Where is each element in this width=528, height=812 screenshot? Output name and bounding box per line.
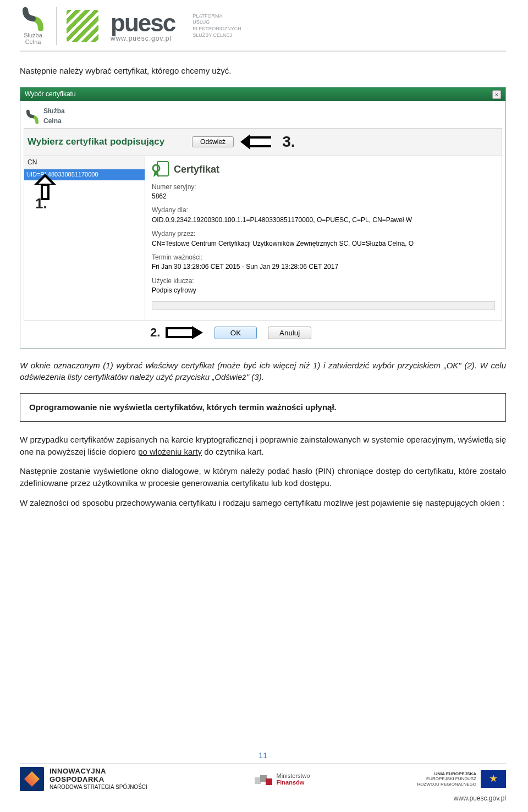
sluzba-celna-logo: Służba Celna: [20, 7, 46, 45]
svg-point-3: [153, 165, 160, 172]
page-header: Służba Celna puesc www.puesc.gov.pl PLAT…: [0, 0, 528, 51]
dialog-footer: 2. OK Anuluj: [24, 321, 502, 345]
eu-flag-icon: ★: [481, 770, 506, 788]
cert-list-panel: CN UID=PL480330851170000 1.: [24, 156, 145, 321]
svg-rect-0: [250, 139, 271, 145]
tag-line-4: SŁUŻBY CELNEJ: [193, 32, 241, 39]
refresh-button[interactable]: Odśwież: [192, 136, 234, 147]
para-4: Następnie zostanie wyświetlone okno dial…: [20, 465, 506, 489]
tag-line-3: ELEKTRONICZNYCH: [193, 26, 241, 32]
cert-dialog: Wybór certyfikatu × Służba Celna Wybierz…: [20, 87, 506, 349]
mf-line2: Finansów: [277, 779, 305, 786]
eu-line3: ROZWOJU REGIONALNEGO: [417, 782, 476, 787]
para-1: Następnie należy wybrać certyfikat, któr…: [20, 65, 506, 77]
annotation-2-group: 2.: [150, 324, 203, 341]
document-body: Następnie należy wybrać certyfikat, któr…: [0, 65, 528, 509]
keyuse-label: Użycie klucza:: [152, 277, 495, 286]
cert-dialog-screenshot: Wybór certyfikatu × Służba Celna Wybierz…: [20, 87, 506, 349]
dialog-titlebar: Wybór certyfikatu ×: [20, 87, 505, 101]
svg-rect-4: [168, 329, 192, 336]
dialog-title-text: Wybór certyfikatu: [25, 90, 76, 99]
certificate-icon: [152, 161, 169, 178]
p3-underline: po włożeniu karty: [138, 447, 202, 456]
ig-line2: GOSPODARKA: [50, 775, 105, 783]
arrow-right-icon: [164, 326, 203, 339]
eu-line2: EUROPEJSKI FUNDUSZ: [426, 776, 476, 781]
para-5: W zależności od sposobu przechowywania c…: [20, 497, 506, 509]
eu-line1: UNIA EUROPEJSKA: [434, 771, 476, 776]
puesc-tagline: PLATFORMA USŁUG ELEKTRONICZNYCH SŁUŻBY C…: [193, 13, 241, 39]
sn-label: Numer seryjny:: [152, 183, 495, 192]
puesc-logo-text: puesc www.puesc.gov.pl: [111, 9, 175, 42]
annotation-2: 2.: [150, 324, 160, 341]
page-number: 11: [20, 750, 506, 760]
issued-for-label: Wydany dla:: [152, 206, 495, 215]
mf-line1: Ministerstwo: [277, 772, 310, 779]
column-header-cn: CN: [24, 156, 145, 169]
footer-url: www.puesc.gov.pl: [20, 794, 506, 802]
sc-name-2: Celna: [25, 38, 41, 45]
svg-rect-7: [266, 778, 272, 785]
sc-logo-small-icon: [25, 109, 40, 124]
ig-line1: INNOWACYJNA: [50, 767, 106, 775]
innowacyjna-gospodarka-logo: INNOWACYJNA GOSPODARKA NARODOWA STRATEGI…: [20, 767, 147, 791]
dlg-logo-txt2: Celna: [43, 117, 65, 126]
annotation-3: 3.: [282, 131, 295, 153]
keyuse-value: Podpis cyfrowy: [152, 286, 495, 295]
puesc-url: www.puesc.gov.pl: [111, 35, 175, 42]
validity-value: Fri Jan 30 13:28:06 CET 2015 - Sun Jan 2…: [152, 262, 495, 272]
sc-logo-icon: [20, 7, 46, 31]
ig-line3: NARODOWA STRATEGIA SPÓJNOŚCI: [50, 784, 147, 790]
sc-name-1: Służba: [24, 32, 42, 38]
ok-button[interactable]: OK: [215, 327, 257, 339]
issued-for-value: OID.0.9.2342.19200300.100.1.1=PL48033085…: [152, 216, 495, 225]
mf-icon: [255, 773, 273, 785]
close-icon[interactable]: ×: [492, 90, 501, 99]
arrow-left-icon: [239, 134, 272, 150]
sn-value: 5862: [152, 192, 495, 201]
ig-logo-icon: [20, 767, 44, 791]
horizontal-scrollbar[interactable]: [152, 301, 495, 310]
puesc-word: puesc: [111, 9, 175, 37]
puesc-stripes-icon: [67, 10, 98, 42]
cert-title: Certyfikat: [174, 162, 219, 176]
page-footer: 11 INNOWACYJNA GOSPODARKA NARODOWA STRAT…: [0, 750, 528, 802]
dlg-logo-txt1: Służba: [43, 107, 65, 116]
tag-line-1: PLATFORMA: [193, 13, 241, 20]
cancel-button[interactable]: Anuluj: [268, 327, 311, 339]
p3-part-b: do czytnika kart.: [202, 447, 264, 456]
eu-logo: UNIA EUROPEJSKA EUROPEJSKI FUNDUSZ ROZWO…: [417, 770, 506, 788]
para-3: W przypadku certyfikatów zapisanych na k…: [20, 434, 506, 458]
para-2: W oknie oznaczonym (1) wybrać właściwy c…: [20, 360, 506, 384]
ministerstwo-finansow-logo: Ministerstwo Finansów: [255, 772, 310, 786]
tag-line-2: USŁUG: [193, 19, 241, 26]
issued-by-value: CN=Testowe Centrum Certyfikacji Użytkown…: [152, 239, 495, 248]
validity-label: Termin ważności:: [152, 253, 495, 262]
dialog-logo-row: Służba Celna: [24, 104, 502, 128]
issued-by-label: Wydany przez:: [152, 229, 495, 239]
dialog-heading: Wybierz certyfikat podpisujący: [28, 135, 164, 149]
warning-box: Oprogramowanie nie wyświetla certyfikató…: [20, 393, 506, 422]
annotation-1: 1.: [35, 194, 47, 214]
cert-details-panel: Certyfikat Numer seryjny: 5862 Wydany dl…: [145, 156, 502, 321]
dialog-subheader: Wybierz certyfikat podpisujący Odśwież 3…: [24, 128, 502, 156]
header-separator: [56, 7, 57, 45]
header-underline: [20, 51, 506, 52]
